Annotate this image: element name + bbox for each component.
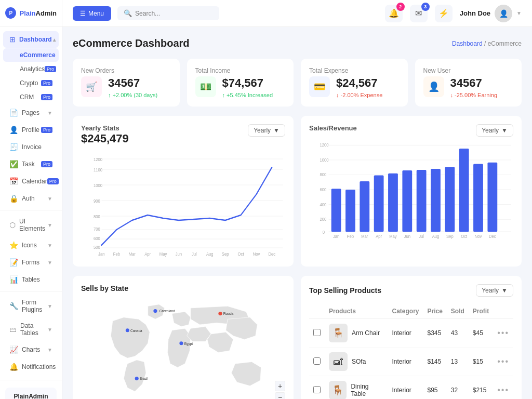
svg-point-68 bbox=[218, 312, 222, 315]
sidebar-item-pages[interactable]: 📄 Pages ▼ bbox=[3, 104, 59, 121]
top-selling-chevron-icon: ▼ bbox=[501, 287, 508, 294]
row-more-button-1[interactable]: ••• bbox=[497, 357, 509, 366]
logo[interactable]: P PlainAdmin bbox=[0, 0, 62, 26]
svg-text:Oct: Oct bbox=[461, 234, 468, 239]
sidebar-item-task[interactable]: ✅ Task Pro bbox=[3, 156, 59, 172]
svg-text:Sep: Sep bbox=[446, 234, 454, 239]
svg-point-66 bbox=[153, 309, 157, 313]
svg-rect-46 bbox=[388, 174, 398, 232]
sales-revenue-title: Sales/Revenue bbox=[309, 124, 357, 132]
svg-text:Jun: Jun bbox=[176, 251, 182, 257]
sidebar-item-auth[interactable]: 🔒 Auth ▼ bbox=[3, 190, 59, 207]
svg-text:1200: 1200 bbox=[94, 157, 102, 163]
svg-text:Aug: Aug bbox=[206, 251, 214, 257]
sidebar-item-ecommerce[interactable]: eCommerce bbox=[3, 48, 59, 62]
stat-orders-value: 34567 bbox=[108, 76, 157, 90]
messages-button[interactable]: ✉ 3 bbox=[410, 5, 428, 22]
menu-button[interactable]: ☰ Menu bbox=[73, 6, 111, 21]
sidebar-item-calendar[interactable]: 📅 Calendar Pro bbox=[3, 173, 59, 190]
col-profit: Profit bbox=[469, 304, 493, 319]
profile-icon: 👤 bbox=[9, 126, 18, 134]
sales-revenue-chart: 1200 1000 800 600 400 200 0 bbox=[309, 139, 513, 243]
user-info[interactable]: John Doe 👤 ▼ bbox=[460, 5, 522, 22]
sidebar-item-notifications[interactable]: 🔔 Notifications bbox=[3, 358, 59, 375]
svg-text:Nov: Nov bbox=[253, 251, 260, 257]
dashboard-arrow: ▲ bbox=[52, 37, 57, 43]
row-checkbox-1[interactable] bbox=[313, 357, 321, 365]
col-price: Price bbox=[423, 304, 446, 319]
auth-icon: 🔒 bbox=[9, 194, 18, 203]
sidebar-item-tables[interactable]: 📊 Tables bbox=[3, 271, 59, 288]
stat-cards: New Orders 🛒 34567 ↑ +2.00% (30 days) To… bbox=[73, 59, 522, 107]
row-more-button-0[interactable]: ••• bbox=[497, 328, 509, 338]
page-content: eCommerce Dashboard Dashboard / eCommerc… bbox=[62, 27, 532, 399]
breadcrumb-root[interactable]: Dashboard bbox=[452, 40, 483, 47]
row-checkbox-0[interactable] bbox=[313, 329, 321, 336]
stat-income-value: $74,567 bbox=[222, 76, 273, 90]
sidebar-item-dashboard[interactable]: ⊞ Dashboard ▲ bbox=[3, 31, 59, 48]
hamburger-icon: ☰ bbox=[80, 10, 86, 17]
svg-text:1200: 1200 bbox=[320, 143, 329, 148]
zoom-out-button[interactable]: − bbox=[275, 392, 285, 399]
page-header: eCommerce Dashboard Dashboard / eCommerc… bbox=[73, 37, 522, 49]
topbar: ☰ Menu 🔍 🔔 2 ✉ 3 ⚡ John Doe 👤 ▼ bbox=[62, 0, 532, 27]
product-category-2: Interior bbox=[388, 376, 423, 399]
svg-text:Apr: Apr bbox=[376, 234, 382, 239]
row-more-button-2[interactable]: ••• bbox=[497, 385, 509, 395]
map-area: Greenland Russia Canada Egypt Brazil bbox=[81, 299, 285, 399]
sidebar-item-crypto[interactable]: Crypto Pro bbox=[3, 76, 59, 90]
sidebar-item-analytics[interactable]: Analytics Pro bbox=[3, 62, 59, 76]
svg-point-72 bbox=[179, 342, 183, 345]
search-box: 🔍 bbox=[117, 6, 219, 20]
sidebar-item-forms[interactable]: 📝 Forms ▼ bbox=[3, 254, 59, 271]
svg-text:Jul: Jul bbox=[192, 251, 197, 257]
forms-icon: 📝 bbox=[9, 258, 18, 267]
svg-text:Apr: Apr bbox=[144, 251, 151, 257]
sidebar-item-profile[interactable]: 👤 Profile Pro bbox=[3, 122, 59, 138]
top-selling-filter[interactable]: Yearly ▼ bbox=[476, 284, 513, 297]
sidebar-nav: ⊞ Dashboard ▲ eCommerce Analytics Pro Cr… bbox=[0, 26, 62, 380]
sidebar-item-invoice[interactable]: 🧾 Invoice bbox=[3, 139, 59, 155]
notifications-bell-button[interactable]: 🔔 2 bbox=[385, 5, 403, 22]
yearly-stats-card: Yearly Stats $245,479 Yearly ▼ 1200 1100… bbox=[73, 116, 294, 267]
yearly-stats-value: $245,479 bbox=[81, 132, 129, 145]
filter-button[interactable]: ⚡ bbox=[435, 5, 453, 22]
svg-rect-52 bbox=[473, 164, 483, 232]
forms-arrow: ▼ bbox=[47, 260, 52, 265]
yearly-stats-filter[interactable]: Yearly ▼ bbox=[248, 124, 285, 137]
stat-users-change: ↓ -25.00% Earning bbox=[450, 92, 498, 98]
stat-users-label: New User bbox=[423, 67, 514, 74]
svg-text:900: 900 bbox=[94, 198, 100, 204]
product-price-2: $95 bbox=[423, 376, 446, 399]
sidebar-item-crm[interactable]: CRM Pro bbox=[3, 90, 59, 104]
svg-text:May: May bbox=[159, 251, 167, 257]
product-category-0: Interior bbox=[388, 319, 423, 348]
svg-text:Egypt: Egypt bbox=[184, 342, 193, 346]
icons-arrow: ▼ bbox=[47, 243, 52, 248]
svg-text:Mar: Mar bbox=[129, 251, 136, 257]
sidebar-item-ui-elements[interactable]: ⬡ UI Elements ▼ bbox=[3, 214, 59, 236]
topbar-right: 🔔 2 ✉ 3 ⚡ John Doe 👤 ▼ bbox=[385, 5, 522, 22]
sidebar-dashboard-label: Dashboard bbox=[19, 36, 52, 43]
search-input[interactable] bbox=[135, 10, 213, 17]
data-tables-arrow: ▼ bbox=[47, 327, 52, 332]
sidebar-item-charts[interactable]: 📈 Charts ▼ bbox=[3, 341, 59, 358]
product-name-1: SOfa bbox=[352, 358, 366, 365]
row-checkbox-2[interactable] bbox=[313, 386, 321, 393]
sidebar-item-form-plugins[interactable]: 🔧 Form Plugins ▼ bbox=[3, 295, 59, 317]
col-actions bbox=[493, 304, 513, 319]
sales-revenue-card: Sales/Revenue Yearly ▼ 1200 1000 800 600… bbox=[301, 116, 522, 267]
zoom-in-button[interactable]: + bbox=[275, 381, 285, 391]
nav-divider-1 bbox=[0, 210, 62, 210]
data-tables-icon: 🗃 bbox=[9, 325, 17, 334]
invoice-icon: 🧾 bbox=[9, 143, 18, 151]
sidebar-item-data-tables[interactable]: 🗃 Data Tables ▼ bbox=[3, 318, 59, 341]
sidebar-item-icons[interactable]: ⭐ Icons ▼ bbox=[3, 237, 59, 254]
sales-revenue-filter[interactable]: Yearly ▼ bbox=[476, 124, 513, 137]
svg-text:Canada: Canada bbox=[130, 329, 142, 332]
product-thumb-2: 🪑 bbox=[329, 381, 347, 399]
sidebar-footer: PlainAdmin Pro Get All Dashboards and 30… bbox=[0, 380, 62, 399]
product-profit-0: $45 bbox=[469, 319, 493, 348]
svg-text:Russia: Russia bbox=[223, 312, 234, 316]
product-sold-0: 43 bbox=[447, 319, 469, 348]
